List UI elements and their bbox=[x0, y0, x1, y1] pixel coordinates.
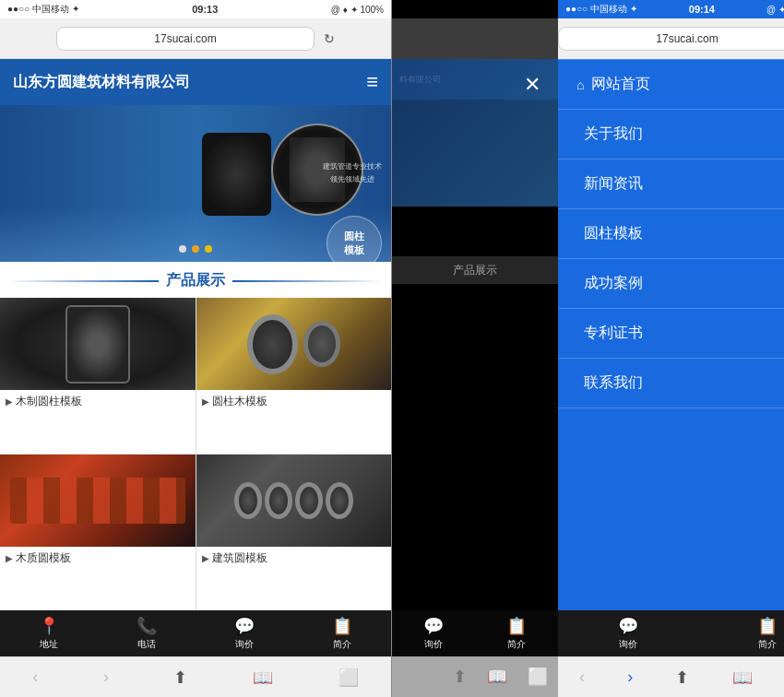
overlay-nav-intro-label: 简介 bbox=[507, 638, 526, 651]
left-dot-1[interactable] bbox=[179, 245, 186, 253]
menu-status-right: @ ✦ ♦ ✦ 100% bbox=[766, 5, 784, 15]
menu-share-button[interactable]: ⬆ bbox=[666, 664, 698, 691]
menu-item-about[interactable]: 关于我们 bbox=[558, 110, 784, 159]
product-name-yzmb: 圆柱木模板 bbox=[212, 394, 267, 409]
product-cell-yzmb[interactable]: ▶ 圆柱木模板 bbox=[196, 298, 392, 454]
right-phone-panel: 料有限公司 ✕ 产品展示 💬 询价 📋 简介 ‹ › ⬆ 📖 bbox=[392, 0, 784, 697]
menu-news-label: 新闻资讯 bbox=[584, 174, 643, 194]
product-label-jzmb: ▶ 建筑圆模板 bbox=[196, 547, 392, 570]
left-nav-inquiry-icon: 💬 bbox=[234, 616, 255, 636]
left-tabs-button[interactable]: ⬜ bbox=[329, 664, 368, 691]
menu-item-column[interactable]: 圆柱模板 bbox=[558, 209, 784, 259]
left-nav-intro-icon: 📋 bbox=[332, 616, 352, 636]
menu-nav-intro-icon: 📋 bbox=[757, 616, 778, 636]
overlay-bookmarks-btn[interactable]: 📖 bbox=[487, 667, 507, 687]
menu-status-time: 09:14 bbox=[689, 4, 715, 15]
left-dot-2[interactable] bbox=[192, 245, 199, 253]
left-nav-intro-label: 简介 bbox=[333, 638, 351, 651]
left-browser-nav: ‹ › ⬆ 📖 ⬜ bbox=[0, 656, 391, 697]
left-banner-product-side bbox=[202, 133, 271, 216]
menu-nav-intro[interactable]: 📋 简介 bbox=[746, 612, 785, 655]
left-status-left: ●●○○ 中国移动 ✦ bbox=[7, 3, 79, 16]
overlay-share-btn[interactable]: ⬆ bbox=[453, 667, 467, 687]
menu-status-left: ●●○○ 中国移动 ✦ bbox=[565, 3, 637, 16]
product-img-yzmb bbox=[196, 298, 392, 390]
menu-panel: ●●○○ 中国移动 ✦ 09:14 @ ✦ ♦ ✦ 100% 17sucai.c… bbox=[558, 0, 784, 697]
menu-browser-bar: 17sucai.com ↻ bbox=[558, 18, 784, 59]
left-nav-address-icon: 📍 bbox=[39, 616, 59, 636]
menu-bookmarks-button[interactable]: 📖 bbox=[723, 664, 762, 691]
menu-url-bar[interactable]: 17sucai.com bbox=[558, 27, 784, 51]
menu-item-contact[interactable]: 联系我们 bbox=[558, 359, 784, 408]
left-nav-phone-icon: 📞 bbox=[137, 616, 157, 636]
left-dot-3[interactable] bbox=[205, 245, 212, 253]
left-nav-phone[interactable]: 📞 电话 bbox=[125, 612, 168, 655]
left-nav-intro[interactable]: 📋 简介 bbox=[321, 612, 363, 655]
menu-status-bar: ●●○○ 中国移动 ✦ 09:14 @ ✦ ♦ ✦ 100% bbox=[558, 0, 784, 18]
menu-item-home[interactable]: ⌂ 网站首页 bbox=[558, 59, 784, 110]
menu-item-cases[interactable]: 成功案例 bbox=[558, 259, 784, 309]
left-browser-bar: 17sucai.com ↻ bbox=[0, 18, 391, 59]
product-label-mzyb: ▶ 木质圆模板 bbox=[0, 547, 196, 570]
product-name-mzymb: 木制圆柱模板 bbox=[16, 394, 82, 409]
left-status-bar: ●●○○ 中国移动 ✦ 09:13 @ ♦ ✦ 100% bbox=[0, 0, 391, 18]
left-nav-address[interactable]: 📍 地址 bbox=[28, 612, 70, 655]
left-status-right: @ ♦ ✦ 100% bbox=[331, 5, 384, 15]
left-app-header: 山东方圆建筑材料有限公司 ≡ bbox=[0, 59, 391, 105]
product-img-jzmb bbox=[196, 455, 392, 547]
left-bookmarks-button[interactable]: 📖 bbox=[244, 664, 282, 691]
product-cell-mzymb[interactable]: ▶ 木制圆柱模板 bbox=[0, 298, 196, 454]
left-site-title: 山东方圆建筑材料有限公司 bbox=[13, 73, 190, 92]
product-arrow-jzmb: ▶ bbox=[202, 553, 209, 563]
product-arrow-mzymb: ▶ bbox=[6, 396, 13, 407]
overlay-tabs-btn[interactable]: ⬜ bbox=[528, 667, 548, 687]
product-arrow-mzyb: ▶ bbox=[6, 553, 13, 563]
menu-patent-label: 专利证书 bbox=[584, 324, 643, 343]
left-share-button[interactable]: ⬆ bbox=[164, 664, 196, 691]
menu-about-label: 关于我们 bbox=[584, 124, 643, 144]
overlay-nav-intro-icon: 📋 bbox=[506, 616, 527, 636]
overlay-nav-inquiry-icon: 💬 bbox=[423, 616, 444, 636]
left-hamburger-icon[interactable]: ≡ bbox=[366, 70, 378, 94]
left-bottom-nav: 📍 地址 📞 电话 💬 询价 📋 简介 bbox=[0, 610, 391, 656]
overlay-back-btn[interactable]: ‹ bbox=[402, 667, 408, 687]
overlay-forward-btn[interactable]: › bbox=[428, 667, 434, 687]
menu-forward-button[interactable]: › bbox=[618, 664, 642, 691]
menu-cases-label: 成功案例 bbox=[584, 274, 643, 293]
left-banner-text: 建筑管道专业技术 领先领域先进 bbox=[323, 160, 382, 186]
menu-item-news[interactable]: 新闻资讯 bbox=[558, 159, 784, 209]
left-nav-inquiry[interactable]: 💬 询价 bbox=[223, 612, 266, 655]
menu-column-label: 圆柱模板 bbox=[584, 224, 643, 243]
overlay-close-button[interactable]: ✕ bbox=[516, 68, 549, 101]
menu-nav-inquiry-icon: 💬 bbox=[618, 616, 638, 636]
overlay-nav-intro[interactable]: 📋 简介 bbox=[495, 612, 538, 655]
menu-item-patent[interactable]: 专利证书 bbox=[558, 309, 784, 359]
menu-back-button[interactable]: ‹ bbox=[570, 664, 594, 691]
product-name-mzyb: 木质圆模板 bbox=[16, 550, 71, 566]
menu-bottom-nav: 💬 询价 📋 简介 bbox=[558, 610, 784, 656]
product-cell-jzmb[interactable]: ▶ 建筑圆模板 bbox=[196, 455, 392, 610]
left-reload-button[interactable]: ↻ bbox=[324, 31, 335, 46]
left-banner: 圆柱 模板 建筑管道专业技术 领先领域先进 bbox=[0, 105, 391, 262]
menu-browser-nav: ‹ › ⬆ 📖 ⬜ bbox=[558, 656, 784, 697]
overlay-nav-inquiry[interactable]: 💬 询价 bbox=[412, 612, 455, 655]
menu-nav-intro-label: 简介 bbox=[758, 638, 777, 651]
menu-nav-inquiry[interactable]: 💬 询价 bbox=[607, 612, 649, 655]
left-url-bar[interactable]: 17sucai.com bbox=[56, 27, 315, 51]
overlay-products-text: 产品展示 bbox=[453, 263, 497, 278]
left-banner-dots bbox=[179, 245, 212, 253]
left-status-time: 09:13 bbox=[192, 4, 218, 15]
product-img-mzymb bbox=[0, 298, 196, 390]
menu-home-label: 网站首页 bbox=[591, 75, 650, 94]
product-name-jzmb: 建筑圆模板 bbox=[212, 550, 267, 566]
product-cell-mzyb[interactable]: ▶ 木质圆模板 bbox=[0, 455, 196, 610]
left-nav-phone-label: 电话 bbox=[137, 638, 156, 651]
overlay-nav-inquiry-label: 询价 bbox=[424, 638, 443, 651]
overlay-left: 料有限公司 ✕ 产品展示 💬 询价 📋 简介 ‹ › ⬆ 📖 bbox=[392, 0, 558, 697]
left-nav-inquiry-label: 询价 bbox=[235, 638, 254, 651]
left-back-button[interactable]: ‹ bbox=[23, 664, 47, 691]
left-section-heading: 产品展示 bbox=[0, 262, 391, 298]
menu-items-container: ⌂ 网站首页 关于我们 新闻资讯 圆柱模板 成功案例 专利证书 bbox=[558, 59, 784, 610]
left-nav-address-label: 地址 bbox=[40, 638, 58, 651]
left-forward-button[interactable]: › bbox=[94, 664, 118, 691]
